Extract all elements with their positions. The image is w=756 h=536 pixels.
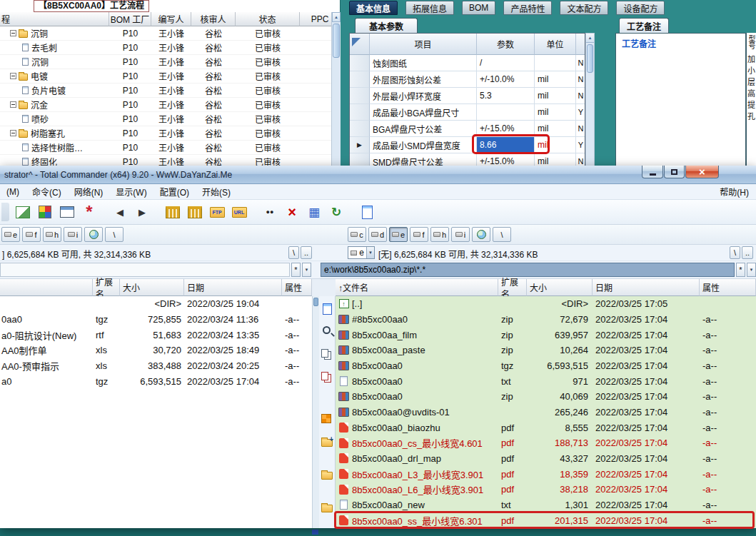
param-row[interactable]: 外层最小焊环宽度5.3milN bbox=[350, 88, 585, 104]
tree-row[interactable]: 电镀P10王小锋谷松已审核 bbox=[0, 69, 341, 84]
column-header[interactable]: 扩展名 bbox=[93, 279, 120, 296]
color-grid-icon[interactable] bbox=[36, 203, 54, 221]
menu-help[interactable]: 帮助(H) bbox=[717, 184, 752, 199]
column-header[interactable]: 大小 bbox=[120, 279, 184, 296]
archive-grid-icon[interactable] bbox=[321, 414, 331, 423]
scroll-thumb[interactable] bbox=[313, 298, 318, 306]
menu-item[interactable]: 开始(S) bbox=[196, 184, 237, 199]
scroll-thumb[interactable] bbox=[587, 44, 593, 73]
binoculars-icon[interactable] bbox=[261, 203, 279, 221]
ftp-icon[interactable] bbox=[208, 203, 226, 221]
file-row[interactable]: 8b5xc00aa_filmzip639,9572022/03/25 17:04… bbox=[336, 327, 756, 343]
collapse-icon[interactable] bbox=[10, 30, 16, 36]
drive-e-button[interactable]: e bbox=[1, 227, 20, 242]
param-value[interactable]: +/-10.0% bbox=[477, 71, 535, 88]
menu-item[interactable]: 显示(W) bbox=[109, 184, 153, 199]
collapse-icon[interactable] bbox=[10, 73, 16, 79]
file-row[interactable]: #8b5xc00aa0zip72,6792022/03/25 17:04-a-- bbox=[336, 312, 756, 328]
right-root-button[interactable]: \ bbox=[730, 246, 740, 259]
back-icon[interactable] bbox=[111, 203, 129, 221]
tab-基本信息[interactable]: 基本信息 bbox=[349, 1, 398, 15]
chevron-down-icon[interactable] bbox=[366, 247, 374, 258]
parameter-grid-scrollbar[interactable]: ▲ bbox=[585, 33, 595, 183]
column-header[interactable] bbox=[0, 279, 93, 296]
right-path-bar[interactable]: e:\work\8b5xc00aa0.zip\*.* bbox=[321, 263, 735, 277]
column-header[interactable]: ↑文件名 bbox=[336, 279, 498, 296]
folder-yellow2-icon[interactable] bbox=[321, 505, 333, 512]
file-row[interactable]: 8b5xc00aa0zip40,0692022/03/25 17:04-a-- bbox=[336, 389, 756, 405]
tree-row[interactable]: 沉铜P10王小锋谷松已审核 bbox=[0, 26, 341, 41]
file-row[interactable]: AA0-预审指示xls383,4882022/03/24 20:25-a-- bbox=[0, 358, 312, 374]
tree-row[interactable]: 沉铜P10王小锋谷松已审核 bbox=[0, 55, 341, 69]
file-row[interactable]: 8b5xc00aa_pastezip10,2642022/03/25 17:04… bbox=[336, 343, 756, 358]
tree-row[interactable]: 树脂塞孔P10王小锋谷松已审核 bbox=[0, 126, 341, 141]
file-row[interactable]: a0tgz6,593,5152022/03/25 17:04-a-- bbox=[0, 373, 312, 389]
right-parent-button[interactable]: .. bbox=[742, 246, 753, 259]
column-header[interactable]: 属性 bbox=[700, 279, 756, 296]
param-value[interactable] bbox=[477, 104, 535, 121]
image-viewer-icon[interactable] bbox=[14, 203, 32, 221]
column-header[interactable]: 日期 bbox=[184, 279, 282, 296]
tab-BOM[interactable]: BOM bbox=[462, 1, 495, 15]
right-history-dropdown[interactable] bbox=[747, 263, 756, 277]
file-row[interactable]: 8b5xc00aa0_L6_最小线宽3.901pdf38,2182022/03/… bbox=[336, 482, 756, 497]
tree-row[interactable]: 负片电镀P10王小锋谷松已审核 bbox=[0, 84, 341, 98]
menu-item[interactable]: (M) bbox=[0, 184, 26, 199]
scroll-thumb[interactable] bbox=[333, 24, 340, 58]
minimize-button[interactable] bbox=[642, 166, 663, 178]
multi-window-icon[interactable] bbox=[305, 203, 323, 221]
tab-文本配方[interactable]: 文本配方 bbox=[560, 1, 608, 15]
tab-process-remark[interactable]: 工艺备注 bbox=[619, 18, 669, 33]
drive-h-button[interactable]: h bbox=[430, 227, 449, 242]
tab-产品特性[interactable]: 产品特性 bbox=[503, 1, 552, 15]
param-row[interactable]: 外层图形蚀刻公差+/-10.0%milN bbox=[350, 71, 585, 88]
tab-设备配方[interactable]: 设备配方 bbox=[616, 1, 665, 15]
root-button[interactable]: \ bbox=[493, 227, 511, 242]
left-parent-button[interactable]: .. bbox=[301, 246, 312, 259]
preview-doc-icon[interactable] bbox=[323, 303, 332, 315]
scroll-up-icon[interactable]: ▲ bbox=[332, 12, 341, 22]
drive-e-button[interactable]: e bbox=[389, 227, 408, 242]
column-header[interactable]: 扩展名 bbox=[498, 279, 527, 296]
tree-row[interactable]: 选择性树脂…P10王小锋谷松已审核 bbox=[0, 141, 341, 155]
drive-f-button[interactable]: f bbox=[410, 227, 428, 242]
star-icon[interactable] bbox=[80, 203, 99, 221]
collapse-icon[interactable] bbox=[10, 130, 16, 136]
tree-row[interactable]: 喷砂P10王小锋谷松已审核 bbox=[0, 112, 341, 126]
tree-row[interactable]: 沉金P10王小锋谷松已审核 bbox=[0, 98, 341, 112]
param-value[interactable]: / bbox=[477, 55, 535, 71]
file-row[interactable]: 8b5xc00aa0txt9712022/03/25 17:04-a-- bbox=[336, 373, 756, 389]
copy-doc-alt-icon[interactable] bbox=[321, 372, 328, 380]
collapse-icon[interactable] bbox=[10, 101, 16, 108]
search-doc-icon[interactable] bbox=[323, 326, 331, 334]
tree-row[interactable]: 去毛刺P10王小锋谷松已审核 bbox=[0, 41, 341, 55]
file-row[interactable]: 8b5xc00aa0tgz6,593,5152022/03/25 17:04-a… bbox=[336, 358, 756, 374]
menu-item[interactable]: 配置(O) bbox=[153, 184, 196, 199]
file-row[interactable]: 8b5xc00aa0_L3_最小线宽3.901pdf18,3592022/03/… bbox=[336, 466, 756, 482]
bank-icon[interactable] bbox=[163, 203, 182, 221]
copy-doc-icon[interactable] bbox=[321, 349, 328, 358]
param-row[interactable]: BGA焊盘尺寸公差+/-15.0%milN bbox=[350, 121, 585, 137]
drive-i-button[interactable]: i bbox=[451, 227, 470, 242]
left-root-button[interactable]: \ bbox=[288, 246, 299, 259]
window-view-icon[interactable] bbox=[58, 203, 76, 221]
file-row[interactable]: 8b5xc00aa0_newtxt1,3012022/03/25 17:04-a… bbox=[336, 497, 756, 513]
title-bar[interactable]: strator^ - Total Commander (x64) 9.20 - … bbox=[0, 166, 756, 184]
folder-plus-icon[interactable] bbox=[321, 439, 333, 447]
right-drive-combo[interactable]: e bbox=[348, 246, 375, 259]
blue-document-icon[interactable] bbox=[358, 203, 376, 221]
network-button[interactable] bbox=[472, 227, 490, 242]
tab-basic-params[interactable]: 基本参数 bbox=[355, 18, 418, 33]
file-row[interactable]: 8b5xc00aa0@uvdits-01265,2462022/03/25 17… bbox=[336, 405, 756, 420]
scroll-up-icon[interactable]: ▲ bbox=[586, 34, 594, 43]
param-value[interactable]: 5.3 bbox=[477, 88, 535, 104]
left-path-bar[interactable] bbox=[0, 263, 290, 277]
bank-alt-icon[interactable] bbox=[186, 203, 204, 221]
column-header[interactable]: 大小 bbox=[527, 279, 593, 296]
file-row[interactable]: a0-阻抗设计(New)rtf51,6832022/03/24 13:35-a-… bbox=[0, 327, 312, 343]
drive-f-button[interactable]: f bbox=[22, 227, 41, 242]
tab-拓展信息[interactable]: 拓展信息 bbox=[405, 1, 454, 15]
toolbar-icon-partial[interactable] bbox=[1, 203, 9, 221]
file-row[interactable]: 8b5xc00aa0_cs_最小线宽4.601pdf188,7132022/03… bbox=[336, 435, 756, 451]
drive-i-button[interactable]: i bbox=[64, 227, 82, 242]
